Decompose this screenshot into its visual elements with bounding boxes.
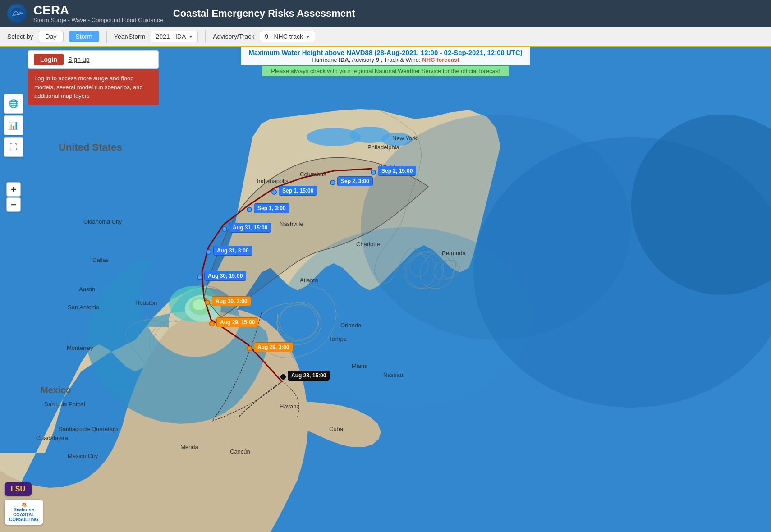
login-button[interactable]: Login [34,54,64,65]
track-label: Aug 31, 3:00 [213,246,252,256]
login-bar: Login Sign up [28,50,159,69]
cera-logo [7,4,27,23]
login-tooltip: Log in to access more surge and flood mo… [28,69,159,105]
toolbar: Select by Day Storm Year/Storm 2021 - ID… [0,27,771,47]
storm-button[interactable]: Storm [69,31,99,42]
header-subtitle: Storm Surge - Wave - Compound Flood Guid… [33,17,163,23]
year-storm-value: 2021 - IDA [156,33,186,40]
header-title-group: CERA Storm Surge - Wave - Compound Flood… [33,4,163,23]
advisory-arrow: ▼ [306,34,310,39]
track-dot [280,374,286,380]
advisory-value: 9 - NHC track [265,33,303,40]
track-label: Aug 30, 3:00 [212,296,251,306]
lsu-logo: LSU [5,482,32,496]
year-storm-label: Year/Storm [114,33,146,40]
header-full-title: Coastal Emergency Risks Assessment [173,8,355,19]
map-background [0,47,771,532]
year-storm-select[interactable]: 2021 - IDA ▼ [151,31,198,42]
track-label: Sep 1, 15:00 [279,186,317,196]
toolbar-divider-2 [205,30,206,43]
track-label: Aug 29, 15:00 [216,317,258,327]
track-dot [371,170,376,175]
year-storm-arrow: ▼ [188,34,193,39]
signup-link[interactable]: Sign up [68,56,89,63]
cera-wordmark: CERA [33,4,163,17]
svg-point-0 [11,8,23,20]
track-label: Sep 2, 15:00 [378,166,416,176]
track-dot [271,189,277,195]
track-dot [222,226,227,232]
track-label: Aug 29, 3:00 [254,342,293,352]
track-label: Sep 1, 3:00 [254,203,289,213]
zoom-in-button[interactable]: + [6,182,21,197]
track-dot [247,346,252,351]
advisory-label: Advisory/Track [213,33,254,40]
zoom-controls: + − [6,182,21,212]
login-panel: Login Sign up Log in to access more surg… [28,47,159,105]
zoom-out-button[interactable]: − [6,197,21,212]
track-dot [197,275,202,280]
track-label: Aug 28, 15:00 [288,371,330,381]
track-dot [209,321,215,326]
left-sidebar: 🌐 📊 ⛶ [0,47,28,532]
svg-point-10 [193,299,206,310]
globe-button[interactable]: 🌐 [4,94,23,114]
track-label: Sep 2, 3:00 [337,176,373,186]
advisory-select[interactable]: 9 - NHC track ▼ [260,31,315,42]
app-header: CERA Storm Surge - Wave - Compound Flood… [0,0,771,27]
track-dot [247,207,252,212]
fullscreen-button[interactable]: ⛶ [4,137,23,157]
day-button[interactable]: Day [39,31,64,42]
chart-button[interactable]: 📊 [4,115,23,135]
select-by-label: Select by [7,33,33,40]
svg-point-1 [14,14,16,16]
track-dot [330,180,335,185]
map-container[interactable]: Maximum Water Height above NAVD88 (28-Au… [0,47,771,532]
track-label: Aug 30, 15:00 [204,271,246,281]
toolbar-divider-1 [106,30,107,43]
seahorse-logo: 🐴 Seahorse COASTAL CONSULTING [5,500,43,525]
track-label: Aug 31, 15:00 [229,223,271,233]
track-dot [205,300,210,305]
track-dot [206,249,211,255]
